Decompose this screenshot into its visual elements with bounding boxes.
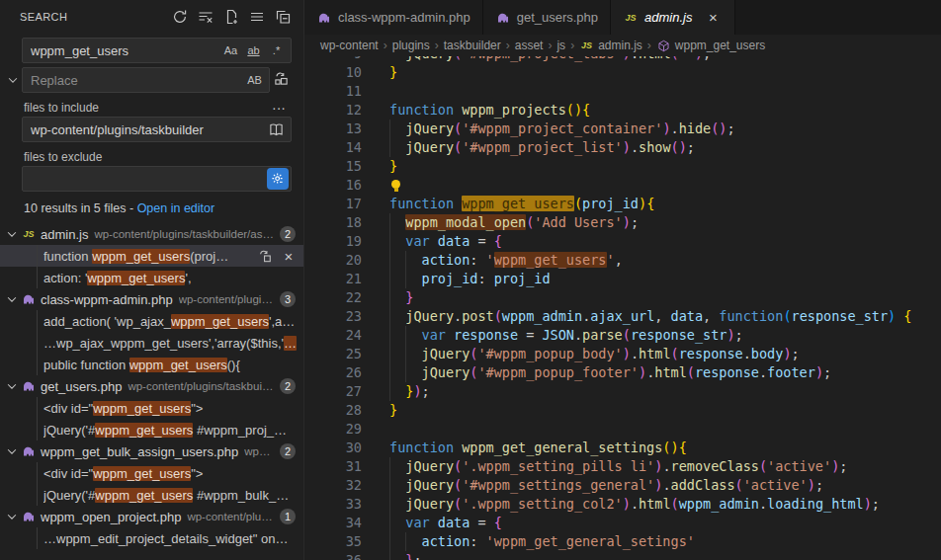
match-case-toggle[interactable]: Aa	[220, 40, 241, 60]
code-line: 26 jQuery('#wppm_popup_footer').html(res…	[304, 363, 941, 382]
tab-admin.js[interactable]: JSadmin.js×	[611, 0, 734, 35]
replace-icon[interactable]	[256, 247, 274, 265]
regex-toggle[interactable]: .*	[266, 40, 287, 60]
search-result-file-row[interactable]: wppm_open_project.phpwp-content/plugins/…	[0, 506, 303, 527]
exclude-settings-gear-icon[interactable]	[267, 168, 289, 190]
search-match-row[interactable]: jQuery('#wppm_get_users #wppm_bulk_…	[0, 484, 303, 506]
breadcrumb-item-asset[interactable]: asset	[515, 39, 544, 52]
replace-all-button[interactable]	[270, 67, 292, 89]
breadcrumb-label: wppm_get_users	[675, 39, 765, 52]
refresh-button[interactable]	[169, 6, 191, 28]
files-to-include-input[interactable]	[31, 122, 265, 137]
clear-search-results-button[interactable]	[195, 6, 216, 28]
line-number: 21	[304, 270, 362, 288]
line-number: 19	[304, 232, 362, 251]
toggle-search-details-button[interactable]: ···	[266, 103, 292, 113]
search-match-row[interactable]: …wppm_edit_project_details_widget" on…	[0, 527, 303, 549]
toggle-replace-chevron-icon[interactable]	[4, 67, 22, 93]
replace-row: AB	[0, 67, 303, 93]
line-content: action: 'wppm_get_general_setings'	[362, 532, 941, 551]
search-match-row[interactable]: <div id="wppm_get_users">	[0, 462, 303, 484]
spacer	[4, 38, 22, 63]
files-to-include-label-row: files to include ···	[0, 93, 303, 117]
view-as-list-button[interactable]	[246, 6, 268, 28]
breadcrumb-label: asset	[515, 39, 544, 52]
indent-guide	[389, 213, 390, 232]
search-only-open-editors-icon[interactable]	[265, 119, 287, 140]
php-file-icon	[20, 510, 38, 523]
code-editor[interactable]: 9 jQuery('#wppm_project_tabs').html('');…	[304, 56, 941, 560]
breadcrumb-item-js[interactable]: js	[556, 39, 565, 52]
breadcrumb-item-wp-content[interactable]: wp-content	[320, 39, 379, 52]
match-text: add_action( 'wp_ajax_wppm_get_users',a…	[43, 314, 298, 329]
search-panel-header: SEARCH	[0, 0, 303, 34]
search-match-row[interactable]: …wp_ajax_wppm_get_users','array($this,'…	[0, 332, 303, 354]
open-in-editor-link[interactable]: Open in editor	[137, 201, 215, 215]
chevron-down-icon[interactable]	[4, 510, 20, 523]
indent-guide	[389, 476, 390, 495]
dismiss-icon[interactable]: ×	[280, 247, 298, 265]
search-result-file-row[interactable]: class-wppm-admin.phpwp-content/plugins/t…	[0, 288, 303, 310]
breadcrumb-item-wppm_get_users[interactable]: wppm_get_users	[656, 39, 765, 52]
collapse-all-button[interactable]	[272, 6, 294, 28]
replace-input[interactable]	[31, 73, 242, 88]
chevron-down-icon[interactable]	[4, 379, 20, 393]
tab-class-wppm-admin.php[interactable]: class-wppm-admin.php	[304, 0, 483, 35]
code-line: 28}	[304, 401, 941, 420]
match-text: jQuery('#wppm_get_users #wppm_proj_…	[43, 423, 298, 438]
tab-close-icon[interactable]: ×	[705, 9, 723, 27]
search-result-file-row[interactable]: JSadmin.jswp-content/plugins/taskbuilder…	[0, 223, 303, 245]
line-number: 10	[304, 63, 362, 82]
search-match-row[interactable]: public function wppm_get_users(){	[0, 354, 303, 375]
chevron-down-icon[interactable]	[4, 227, 20, 241]
indent-guide	[389, 232, 390, 251]
line-content: }	[362, 401, 941, 420]
search-match-row[interactable]: function wppm_get_users(proj…×	[0, 245, 303, 267]
breadcrumb-item-taskbuilder[interactable]: taskbuilder	[444, 39, 501, 52]
match-count-badge: 2	[280, 443, 296, 459]
line-content: var response = JSON.parse(response_str);	[362, 326, 941, 345]
code-line: 20 action: 'wppm_get_users',	[304, 251, 941, 270]
code-line: 35 action: 'wppm_get_general_setings'	[304, 532, 941, 551]
indent-guide	[405, 345, 406, 363]
preserve-case-toggle[interactable]: AB	[244, 70, 265, 90]
new-search-editor-button[interactable]	[220, 6, 242, 28]
files-to-exclude-label: files to exclude	[24, 150, 102, 164]
file-path: wp-content/plugins/taskbuilder/asset/js	[94, 228, 274, 240]
search-input[interactable]	[31, 43, 218, 58]
file-path: wp-content/plugins/taskbuilder	[179, 293, 274, 305]
tree-indent-guide	[37, 310, 38, 375]
files-to-exclude-input[interactable]	[31, 172, 263, 187]
search-match-row[interactable]: jQuery('#wppm_get_users #wppm_proj_…	[0, 419, 303, 440]
tab-get_users.php[interactable]: get_users.php	[483, 0, 611, 35]
quick-fix-lightbulb-icon[interactable]	[390, 180, 401, 191]
indent-guide	[389, 457, 390, 476]
whole-word-toggle[interactable]: ab	[243, 40, 264, 60]
chevron-down-icon[interactable]	[4, 292, 20, 306]
search-match-row[interactable]: <div id="wppm_get_users">	[0, 397, 303, 419]
line-content: }	[362, 288, 941, 307]
line-number: 30	[304, 439, 362, 457]
line-content: function wppm_get_general_settings(){	[362, 439, 941, 457]
tab-bar: class-wppm-admin.phpget_users.phpJSadmin…	[304, 0, 941, 35]
line-content: wppm_modal_open('Add Users');	[362, 213, 941, 232]
line-content: jQuery('.wppm_setting_col2').html(wppm_a…	[362, 495, 941, 514]
files-to-exclude-row	[0, 166, 303, 192]
line-number: 31	[304, 457, 362, 476]
vscode-window: SEARCH Aa ab .* AB files to include ···	[0, 0, 941, 560]
breadcrumb-item-plugins[interactable]: plugins	[392, 39, 430, 52]
breadcrumb-item-admin.js[interactable]: JSadmin.js	[579, 39, 642, 52]
search-result-file-row[interactable]: wppm_get_bulk_assign_users.phpwp-content…	[0, 440, 303, 462]
line-content: jQuery('#wppm_project_list').show();	[362, 138, 941, 157]
chevron-down-icon[interactable]	[4, 444, 20, 458]
match-count-badge: 3	[280, 291, 296, 307]
tree-indent-guide	[37, 245, 38, 288]
replace-input-box: AB	[22, 67, 270, 93]
files-to-include-label: files to include	[24, 101, 99, 115]
code-line: 19 var data = {	[304, 232, 941, 251]
search-match-row[interactable]: action: 'wppm_get_users',	[0, 267, 303, 288]
search-result-file-row[interactable]: get_users.phpwp-content/plugins/taskbuil…	[0, 375, 303, 397]
line-number: 14	[304, 138, 362, 157]
code-line: 31 jQuery('.wppm_setting_pills li').remo…	[304, 457, 941, 476]
search-match-row[interactable]: add_action( 'wp_ajax_wppm_get_users',a…	[0, 310, 303, 332]
